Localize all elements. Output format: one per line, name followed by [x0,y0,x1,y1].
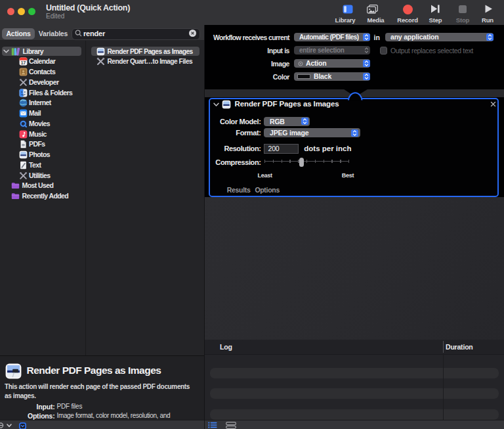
svg-text:17: 17 [20,60,26,65]
